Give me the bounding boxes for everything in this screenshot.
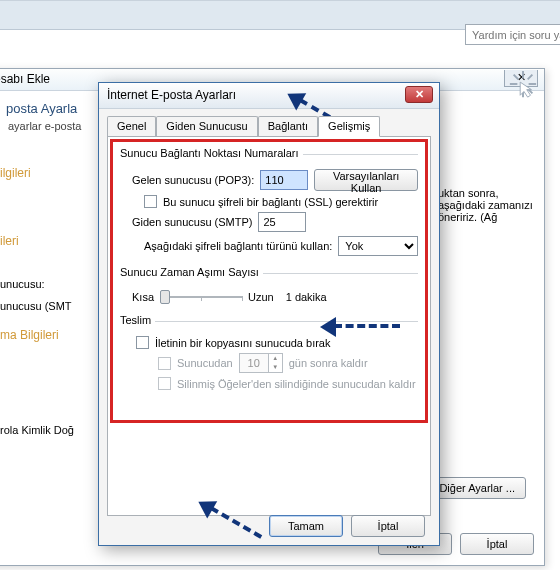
pop3-port-input[interactable] <box>260 170 308 190</box>
days-spinner: ▲▼ <box>239 353 283 373</box>
group-timeout: Sunucu Zaman Aşımı Sayısı <box>120 266 418 280</box>
label-ssl: Bu sunucu şifreli bir bağlantı (SSL) ger… <box>163 196 378 208</box>
cancel-button[interactable]: İptal <box>351 515 425 537</box>
cursor-icon <box>508 69 534 99</box>
tab-general[interactable]: Genel <box>107 116 156 136</box>
other-settings-button[interactable]: Diğer Ayarlar ... <box>428 477 526 499</box>
dialog-title: İnternet E-posta Ayarları <box>99 83 439 109</box>
use-defaults-button[interactable]: Varsayılanları Kullan <box>314 169 418 191</box>
group-server-ports: Sunucu Bağlantı Noktası Numaraları <box>120 147 418 161</box>
tab-strip: GenelGiden SunucusuBağlantıGelişmiş <box>99 109 439 136</box>
ok-button[interactable]: Tamam <box>269 515 343 537</box>
tab-panel-advanced: Sunucu Bağlantı Noktası Numaraları Gelen… <box>107 136 431 516</box>
label-remove-deleted: Silinmiş Öğeler'den silindiğinde sunucud… <box>177 378 416 390</box>
remove-after-checkbox <box>158 357 171 370</box>
tab-outgoing[interactable]: Giden Sunucusu <box>156 116 257 136</box>
label-short: Kısa <box>132 291 154 303</box>
cancel-button[interactable]: İptal <box>460 533 534 555</box>
group-delivery: Teslim <box>120 314 418 328</box>
label-encryption: Aşağıdaki şifreli bağlantı türünü kullan… <box>144 240 332 252</box>
label-remove-after: Sunucudan <box>177 357 233 369</box>
label-long: Uzun <box>248 291 274 303</box>
remove-deleted-checkbox <box>158 377 171 390</box>
ssl-checkbox[interactable] <box>144 195 157 208</box>
side-text: uktan sonra, aşağıdaki zamanızı öneririz… <box>438 187 548 223</box>
smtp-port-input[interactable] <box>258 212 306 232</box>
label-days-after: gün sonra kaldır <box>289 357 368 369</box>
help-search-input[interactable] <box>465 24 560 45</box>
encryption-select[interactable]: Yok <box>338 236 418 256</box>
svg-line-6 <box>528 75 533 80</box>
timeout-slider[interactable] <box>160 288 242 306</box>
internet-email-settings-dialog: İnternet E-posta Ayarları ✕ GenelGiden S… <box>98 82 440 546</box>
label-smtp: Giden sunucusu (SMTP) <box>132 216 252 228</box>
tab-connection[interactable]: Bağlantı <box>258 116 318 136</box>
label-leave-copy: İletinin bir kopyasını sunucuda bırak <box>155 337 331 349</box>
timeout-value: 1 dakika <box>286 291 327 303</box>
label-pop3: Gelen sunucusu (POP3): <box>132 174 254 186</box>
leave-copy-checkbox[interactable] <box>136 336 149 349</box>
close-icon[interactable]: ✕ <box>405 86 433 103</box>
svg-line-4 <box>514 75 519 80</box>
tab-advanced[interactable]: Gelişmiş <box>318 116 380 137</box>
